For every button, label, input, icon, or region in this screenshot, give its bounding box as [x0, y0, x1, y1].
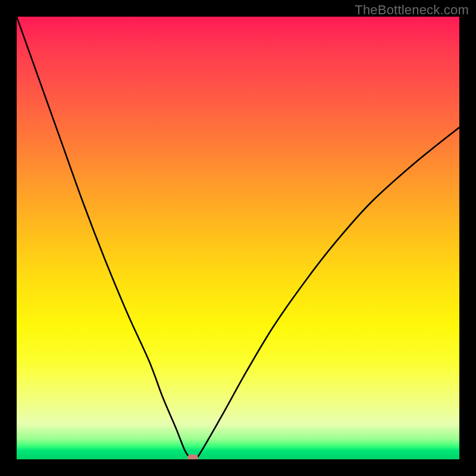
bottleneck-curve	[17, 17, 459, 459]
minimum-marker	[187, 455, 198, 459]
plot-area	[17, 17, 459, 459]
watermark-text: TheBottleneck.com	[355, 2, 469, 18]
curve-layer	[17, 17, 459, 459]
chart-frame: TheBottleneck.com	[0, 0, 476, 476]
